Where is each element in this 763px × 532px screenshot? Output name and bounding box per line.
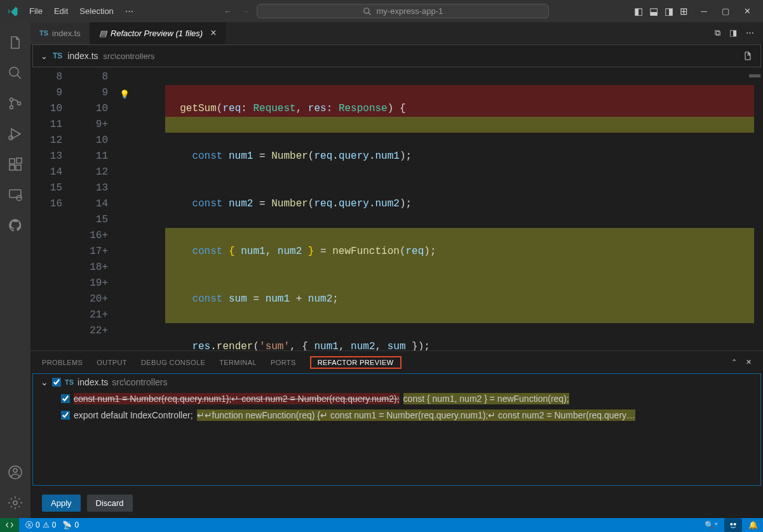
remote-indicator[interactable] [0, 518, 19, 532]
added-code: ↵↵function newFunction(req) {↵ const num… [197, 409, 635, 421]
preview-file-name: index.ts [78, 377, 108, 387]
split-editor-icon[interactable]: ◨ [729, 28, 737, 38]
open-file-icon[interactable] [743, 51, 753, 61]
preview-file-icon: ▤ [99, 29, 107, 38]
preview-file-path: src\controllers [112, 377, 167, 387]
svg-rect-9 [10, 165, 15, 170]
copilot-status[interactable] [724, 518, 742, 532]
toggle-primary-sidebar-icon[interactable]: ◧ [634, 6, 643, 17]
panel-tab-output[interactable]: OUTPUT [97, 359, 127, 366]
refactor-file-header: ⌄ TS index.ts src\controllers [32, 44, 761, 67]
svg-point-5 [10, 106, 13, 109]
nav-back-icon[interactable]: ← [224, 6, 232, 16]
radio-tower-icon: 📡 [62, 521, 72, 529]
ports-status[interactable]: 📡0 [62, 521, 79, 529]
context-code: export default IndexController; [74, 410, 193, 420]
svg-rect-12 [10, 190, 21, 197]
change-checkbox[interactable] [61, 411, 70, 420]
diff-side-by-side-icon[interactable]: ⧉ [715, 28, 720, 38]
run-debug-icon[interactable] [0, 119, 30, 149]
notifications-icon[interactable]: 🔔 [748, 518, 758, 532]
original-line-numbers: 8910111213141516 [30, 69, 69, 350]
refactor-preview-panel: ⌄ TS index.ts src\controllers const num1… [32, 373, 761, 486]
svg-rect-8 [10, 159, 15, 164]
source-control-icon[interactable] [0, 88, 30, 119]
panel-tab-problems[interactable]: PROBLEMS [42, 359, 83, 366]
close-icon[interactable]: ✕ [736, 2, 758, 21]
lightbulb-icon[interactable]: 💡 [119, 87, 130, 103]
chevron-down-icon[interactable]: ⌄ [41, 51, 48, 61]
menu-file[interactable]: File [24, 4, 48, 18]
panel-tab-ports[interactable]: PORTS [271, 359, 296, 366]
svg-point-16 [13, 501, 17, 505]
svg-rect-10 [16, 165, 21, 170]
title-bar: File Edit Selection ⋯ ← → my-express-app… [0, 0, 763, 22]
maximize-icon[interactable]: ▢ [715, 2, 736, 21]
settings-gear-icon[interactable] [0, 488, 30, 518]
tab-refactor-preview[interactable]: ▤ Refactor Preview (1 files) × [90, 22, 226, 44]
svg-line-3 [17, 75, 21, 79]
panel-close-icon[interactable]: ✕ [746, 358, 752, 366]
typescript-file-icon: TS [39, 29, 48, 37]
menu-more-icon[interactable]: ⋯ [120, 4, 138, 18]
svg-rect-11 [17, 158, 22, 163]
command-center-text: my-express-app-1 [377, 6, 443, 16]
problems-status[interactable]: ⓧ0 ⚠0 [25, 520, 56, 531]
command-center[interactable]: my-express-app-1 [257, 4, 549, 18]
accounts-icon[interactable] [0, 457, 30, 488]
deleted-code: const num1 = Number(req.query.num1);↵ co… [74, 393, 400, 404]
svg-line-1 [368, 12, 370, 15]
menu-selection[interactable]: Selection [74, 4, 118, 18]
explorer-icon[interactable] [0, 27, 30, 58]
preview-change-row[interactable]: const num1 = Number(req.query.num1);↵ co… [33, 390, 760, 407]
github-icon[interactable] [0, 210, 30, 241]
warning-icon: ⚠ [43, 521, 50, 529]
extensions-icon[interactable] [0, 149, 30, 180]
added-code: const { num1, num2 } = newFunction(req); [403, 393, 569, 404]
editor-group: TS index.ts ▤ Refactor Preview (1 files)… [30, 22, 763, 518]
panel-maximize-icon[interactable]: ⌃ [731, 358, 737, 366]
customize-layout-icon[interactable]: ⊞ [680, 6, 688, 17]
diff-editor[interactable]: 💡 8910111213141516 89109+10111213141516+… [30, 69, 763, 350]
svg-point-15 [13, 469, 17, 472]
zoom-icon[interactable]: 🔍⁺ [705, 518, 718, 532]
breadcrumb-path: src\controllers [104, 51, 155, 61]
apply-button[interactable]: Apply [42, 495, 81, 512]
code-content: getSum(req: Request, res: Response) { co… [165, 69, 754, 350]
panel-tab-debug-console[interactable]: DEBUG CONSOLE [141, 359, 205, 366]
layout-controls: ◧ ⬓ ◨ ⊞ [634, 6, 688, 17]
error-icon: ⓧ [25, 520, 33, 531]
file-checkbox[interactable] [52, 378, 61, 387]
chevron-down-icon[interactable]: ⌄ [41, 377, 48, 387]
menu-edit[interactable]: Edit [49, 4, 73, 18]
toggle-panel-icon[interactable]: ⬓ [649, 6, 658, 17]
typescript-file-icon: TS [53, 51, 62, 60]
svg-point-13 [17, 196, 22, 201]
preview-file-row[interactable]: ⌄ TS index.ts src\controllers [33, 374, 760, 390]
search-icon [363, 7, 372, 16]
tab-label: index.ts [52, 29, 81, 38]
remote-explorer-icon[interactable] [0, 180, 30, 210]
bottom-panel: PROBLEMS OUTPUT DEBUG CONSOLE TERMINAL P… [30, 350, 763, 518]
svg-point-7 [9, 136, 13, 140]
panel-tab-refactor-preview[interactable]: REFACTOR PREVIEW [310, 356, 402, 369]
minimize-icon[interactable]: ─ [693, 2, 715, 21]
panel-tab-terminal[interactable]: TERMINAL [219, 359, 257, 366]
change-checkbox[interactable] [61, 394, 70, 403]
svg-point-4 [10, 98, 13, 102]
menu-bar: File Edit Selection ⋯ [24, 4, 138, 18]
refactor-actions: Apply Discard [30, 488, 763, 518]
nav-forward-icon[interactable]: → [241, 6, 249, 16]
toggle-secondary-sidebar-icon[interactable]: ◨ [665, 6, 673, 17]
tab-close-icon[interactable]: × [210, 27, 216, 39]
discard-button[interactable]: Discard [87, 495, 133, 512]
svg-point-6 [18, 102, 21, 105]
tab-index[interactable]: TS index.ts [30, 22, 90, 44]
more-actions-icon[interactable]: ⋯ [746, 28, 754, 38]
search-activity-icon[interactable] [0, 58, 30, 88]
editor-tabs: TS index.ts ▤ Refactor Preview (1 files)… [30, 22, 763, 44]
tab-label: Refactor Preview (1 files) [111, 29, 203, 38]
title-center: ← → my-express-app-1 [138, 4, 634, 18]
preview-change-row[interactable]: export default IndexController;↵↵functio… [33, 407, 760, 423]
status-bar: ⓧ0 ⚠0 📡0 🔍⁺ 🔔 [0, 518, 763, 532]
